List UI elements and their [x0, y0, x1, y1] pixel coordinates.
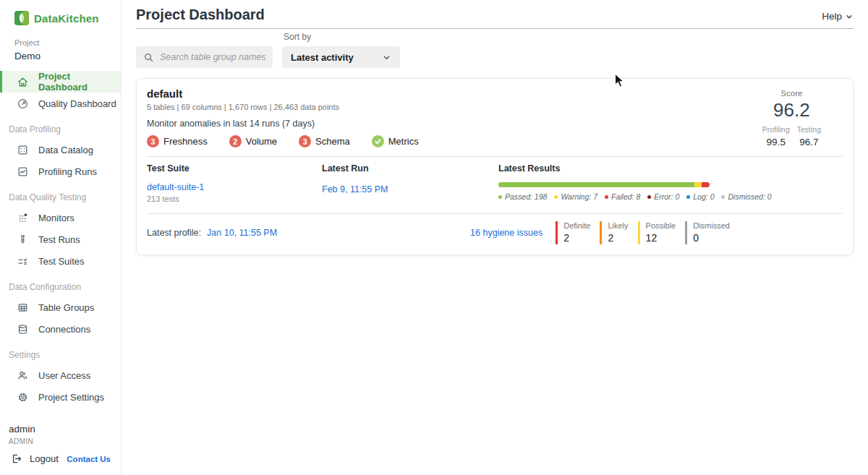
gear-icon	[17, 391, 29, 403]
check-circle-icon	[372, 135, 384, 147]
sidebar-item-test-suites[interactable]: Test Suites	[0, 250, 121, 272]
sidebar-item-data-catalog[interactable]: Data Catalog	[0, 139, 121, 161]
sort-control: Sort by Latest activity	[282, 32, 400, 68]
search-input[interactable]	[160, 52, 265, 62]
sidebar-item-label: User Access	[38, 370, 90, 381]
results-stacked-bar[interactable]	[498, 182, 710, 187]
sidebar-item-label: Connections	[38, 324, 90, 335]
latest-profile-link[interactable]: Jan 10, 11:55 PM	[207, 228, 277, 238]
metrics-badge[interactable]: Metrics	[372, 135, 419, 147]
score-breakdown: Profiling 99.5 Testing 96.7	[762, 125, 821, 147]
sidebar-item-label: Table Groups	[38, 302, 94, 313]
legend-item-passed: Passed: 198	[498, 192, 547, 201]
schema-badge[interactable]: 3 Schema	[299, 135, 350, 147]
badge-label: Volume	[246, 136, 277, 147]
contact-us-link[interactable]: Contact Us	[67, 455, 111, 463]
alert-count-icon: 3	[147, 135, 159, 147]
sidebar-item-label: Profiling Runs	[38, 166, 97, 177]
column-header-latest-results: Latest Results	[498, 163, 843, 174]
project-name: Demo	[14, 51, 121, 61]
failed-bar-segment	[702, 182, 710, 187]
search-icon	[143, 52, 154, 63]
score-block: Score 96.2 Profiling 99.5 Testing 96.7	[762, 87, 843, 147]
header: Project Dashboard Help	[136, 0, 854, 29]
test-suite-link[interactable]: default-suite-1	[147, 182, 322, 192]
warning-dot-icon	[554, 195, 558, 199]
testing-score: Testing 96.7	[797, 125, 821, 147]
page-title: Project Dashboard	[136, 7, 265, 23]
sidebar-item-project-settings[interactable]: Project Settings	[0, 386, 121, 408]
table-group-title[interactable]: default	[147, 87, 419, 100]
sidebar-section-data-profiling: Data Profiling	[0, 114, 121, 139]
database-icon	[17, 323, 29, 335]
sidebar-section-settings: Settings	[0, 340, 121, 364]
trend-chart-icon	[17, 166, 29, 178]
catalog-grid-icon	[17, 144, 29, 156]
legend-item-failed: Failed: 8	[605, 192, 640, 201]
sidebar-item-profiling-runs[interactable]: Profiling Runs	[0, 161, 121, 182]
alert-count-icon: 2	[229, 135, 242, 147]
passed-dot-icon	[498, 195, 502, 199]
table-group-card: default 5 tables | 69 columns | 1,670 ro…	[136, 78, 854, 255]
alert-count-icon: 3	[299, 135, 311, 147]
sidebar: DataKitchen Project Demo Project Dashboa…	[0, 0, 122, 475]
sidebar-item-quality-dashboard[interactable]: Quality Dashboard	[0, 93, 121, 114]
latest-profile-label: Latest profile:	[147, 228, 201, 238]
score-value: 96.2	[762, 99, 821, 121]
list-controls: Sort by Latest activity	[136, 32, 854, 68]
logout-button[interactable]: Logout	[10, 453, 59, 465]
help-menu[interactable]: Help	[822, 11, 854, 23]
sidebar-section-data-quality-testing: Data Quality Testing	[0, 182, 121, 207]
volume-badge[interactable]: 2 Volume	[229, 135, 277, 147]
search-box[interactable]	[136, 46, 273, 68]
chevron-down-icon	[845, 12, 854, 21]
freshness-badge[interactable]: 3 Freshness	[147, 135, 208, 147]
latest-profile: Latest profile: Jan 10, 11:55 PM	[147, 228, 277, 238]
issue-label: Dismissed	[693, 221, 730, 230]
sidebar-item-project-dashboard[interactable]: Project Dashboard	[0, 71, 121, 93]
sidebar-bottom: admin ADMIN Logout Contact Us	[0, 424, 121, 475]
sidebar-nav: Project Dashboard Quality Dashboard Data…	[0, 71, 121, 408]
anomaly-badges: 3 Freshness 2 Volume 3 Schema	[147, 135, 419, 147]
warning-bar-segment	[694, 182, 702, 187]
user-block: admin ADMIN	[0, 424, 121, 453]
sidebar-item-connections[interactable]: Connections	[0, 318, 121, 340]
hygiene-issues-link[interactable]: 16 hygiene issues	[470, 228, 542, 238]
sidebar-item-label: Test Runs	[38, 234, 80, 245]
score-label: Score	[762, 89, 821, 98]
project-block: Project Demo	[0, 33, 121, 71]
legend-item-warning: Warning: 7	[554, 192, 597, 201]
table-grid-icon	[17, 301, 29, 314]
sidebar-item-table-groups[interactable]: Table Groups	[0, 296, 121, 318]
sidebar-item-label: Test Suites	[38, 256, 85, 267]
column-header-latest-run: Latest Run	[322, 163, 498, 174]
sidebar-item-test-runs[interactable]: Test Runs	[0, 228, 121, 250]
suite-cell: default-suite-1 213 tests	[147, 182, 322, 203]
user-name: admin	[9, 424, 121, 435]
definite-stat: Definite 2	[556, 221, 590, 244]
column-header-test-suite: Test Suite	[147, 163, 322, 174]
monitors-dots-icon	[17, 212, 29, 224]
sidebar-item-label: Project Dashboard	[38, 71, 121, 93]
badge-label: Schema	[315, 136, 350, 147]
sidebar-item-monitors[interactable]: Monitors	[0, 207, 121, 228]
brand-logo[interactable]: DataKitchen	[0, 0, 121, 33]
sidebar-item-user-access[interactable]: User Access	[0, 364, 121, 386]
checklist-icon	[17, 255, 29, 268]
dismissed-dot-icon	[721, 195, 725, 199]
issue-label: Possible	[646, 221, 676, 230]
gauge-icon	[17, 98, 29, 110]
latest-run-link[interactable]: Feb 9, 11:55 PM	[322, 184, 388, 194]
main-content: Project Dashboard Help Sort by Latest ac…	[122, 0, 868, 475]
failed-dot-icon	[605, 195, 608, 199]
logout-row: Logout Contact Us	[0, 453, 121, 475]
issue-value: 12	[646, 232, 676, 244]
testing-score-label: Testing	[797, 125, 821, 134]
home-icon	[17, 76, 29, 88]
sort-dropdown[interactable]: Latest activity	[282, 46, 400, 68]
sidebar-item-label: Quality Dashboard	[38, 98, 116, 109]
passed-bar-segment	[498, 182, 694, 187]
sidebar-item-label: Data Catalog	[38, 145, 93, 155]
chevron-down-icon	[382, 53, 391, 62]
user-role: ADMIN	[9, 437, 121, 445]
